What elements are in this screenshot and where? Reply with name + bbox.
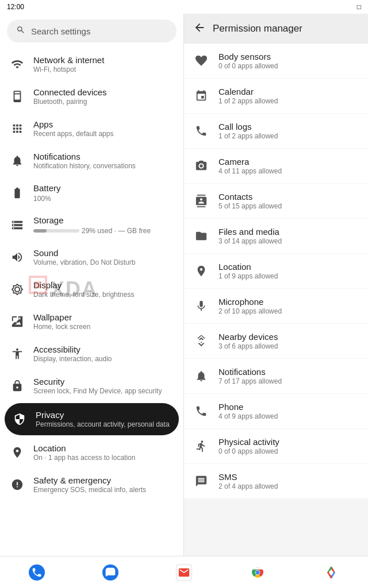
sms-text: SMS 2 of 4 apps allowed	[218, 472, 278, 490]
settings-item-security[interactable]: Security Screen lock, Find My Device, ap…	[0, 370, 183, 402]
files-count: 3 of 14 apps allowed	[218, 237, 282, 245]
activity-count: 0 of 0 apps allowed	[218, 447, 279, 455]
permission-item-files[interactable]: Files and media 3 of 14 apps allowed	[184, 219, 368, 253]
permission-item-body-sensors[interactable]: Body sensors 0 of 0 apps allowed	[184, 44, 368, 78]
security-icon	[9, 378, 25, 394]
call-logs-icon	[193, 123, 209, 139]
permission-item-microphone[interactable]: Microphone 2 of 10 apps allowed	[184, 289, 368, 323]
accessibility-subtitle: Display, interaction, audio	[33, 355, 112, 363]
notif-perm-text: Notifications 7 of 17 apps allowed	[218, 367, 282, 385]
settings-item-connected[interactable]: Connected devices Bluetooth, pairing	[0, 80, 183, 113]
settings-item-notifications[interactable]: Notifications Notification history, conv…	[0, 145, 183, 177]
privacy-icon	[12, 411, 28, 427]
safety-subtitle: Emergency SOS, medical info, alerts	[33, 486, 146, 494]
location-title: Location	[33, 443, 135, 453]
sound-title: Sound	[33, 248, 135, 258]
call-logs-name: Call logs	[218, 122, 278, 131]
sound-icon	[9, 249, 25, 265]
permission-item-sms[interactable]: SMS 2 of 4 apps allowed	[184, 464, 368, 498]
permission-panel: Permission manager Body sensors 0 of 0 a…	[184, 14, 368, 556]
safety-text: Safety & emergency Emergency SOS, medica…	[33, 475, 146, 494]
nearby-text: Nearby devices 3 of 6 apps allowed	[218, 332, 278, 350]
notifications-title: Notifications	[33, 152, 136, 161]
body-sensors-text: Body sensors 0 of 0 apps allowed	[218, 52, 278, 70]
sound-text: Sound Volume, vibration, Do Not Disturb	[33, 248, 135, 266]
network-subtitle: Wi-Fi, hotspot	[33, 65, 104, 74]
permission-item-nearby[interactable]: Nearby devices 3 of 6 apps allowed	[184, 324, 368, 358]
calendar-count: 1 of 2 apps allowed	[218, 97, 278, 105]
permission-header: Permission manager	[184, 14, 368, 44]
main-content: Search settings Network & internet Wi-Fi…	[0, 14, 368, 556]
privacy-title: Privacy	[36, 410, 170, 420]
safety-icon	[9, 477, 25, 493]
battery-icon: □	[357, 3, 361, 11]
location-perm-count: 1 of 9 apps allowed	[218, 272, 278, 280]
nav-chrome[interactable]	[244, 559, 271, 586]
svg-point-7	[329, 570, 334, 574]
wallpaper-text: Wallpaper Home, lock screen	[33, 312, 90, 331]
camera-text: Camera 4 of 11 apps allowed	[218, 157, 282, 175]
settings-item-sound[interactable]: Sound Volume, vibration, Do Not Disturb	[0, 241, 183, 273]
permission-item-phone[interactable]: Phone 4 of 9 apps allowed	[184, 394, 368, 428]
battery-title: Battery	[33, 183, 61, 193]
settings-item-accessibility[interactable]: Accessibility Display, interaction, audi…	[0, 338, 183, 370]
permission-item-contacts[interactable]: Contacts 5 of 15 apps allowed	[184, 184, 368, 218]
settings-item-location[interactable]: Location On · 1 app has access to locati…	[0, 436, 183, 469]
settings-item-network[interactable]: Network & internet Wi-Fi, hotspot	[0, 48, 183, 80]
network-title: Network & internet	[33, 55, 104, 65]
permission-item-location[interactable]: Location 1 of 9 apps allowed	[184, 254, 368, 288]
permission-item-call-logs[interactable]: Call logs 1 of 2 apps allowed	[184, 114, 368, 148]
nearby-icon	[193, 333, 209, 349]
wallpaper-subtitle: Home, lock screen	[33, 323, 90, 331]
permission-item-calendar[interactable]: Calendar 1 of 2 apps allowed	[184, 79, 368, 113]
notif-perm-name: Notifications	[218, 367, 282, 377]
nav-phone[interactable]	[23, 559, 51, 586]
activity-name: Physical activity	[218, 437, 279, 447]
permission-item-activity[interactable]: Physical activity 0 of 0 apps allowed	[184, 429, 368, 463]
activity-text: Physical activity 0 of 0 apps allowed	[218, 437, 279, 455]
phone-perm-icon	[193, 403, 209, 419]
status-bar: 12:00 □	[0, 0, 368, 14]
calendar-text: Calendar 1 of 2 apps allowed	[218, 87, 278, 105]
permission-panel-title: Permission manager	[213, 23, 302, 34]
microphone-text: Microphone 2 of 10 apps allowed	[218, 297, 282, 315]
settings-item-battery[interactable]: Battery 100%	[0, 177, 183, 209]
network-text: Network & internet Wi-Fi, hotspot	[33, 55, 104, 74]
settings-item-safety[interactable]: Safety & emergency Emergency SOS, medica…	[0, 469, 183, 501]
settings-item-privacy[interactable]: Privacy Permissions, account activity, p…	[5, 403, 179, 435]
nav-messages[interactable]	[97, 559, 124, 586]
calendar-icon	[193, 88, 209, 104]
apps-subtitle: Recent apps, default apps	[33, 130, 113, 138]
settings-item-storage[interactable]: Storage 29% used · — GB free	[0, 209, 183, 241]
contacts-text: Contacts 5 of 15 apps allowed	[218, 192, 282, 210]
location-perm-icon	[193, 263, 209, 279]
microphone-count: 2 of 10 apps allowed	[218, 307, 282, 315]
privacy-subtitle: Permissions, account activity, personal …	[36, 420, 170, 428]
location-icon-settings	[9, 444, 25, 461]
location-perm-text: Location 1 of 9 apps allowed	[218, 262, 278, 280]
location-subtitle: On · 1 app has access to location	[33, 454, 135, 462]
search-icon	[16, 25, 25, 37]
sms-name: SMS	[218, 472, 278, 482]
phone-perm-count: 4 of 9 apps allowed	[218, 412, 278, 420]
storage-bar-wrap: 29% used · — GB free	[33, 226, 151, 235]
settings-item-display[interactable]: Display Dark theme, font size, brightnes…	[0, 273, 183, 305]
search-bar[interactable]: Search settings	[7, 20, 177, 42]
nav-gmail[interactable]	[170, 559, 198, 586]
files-name: Files and media	[218, 227, 282, 237]
settings-item-apps[interactable]: Apps Recent apps, default apps	[0, 113, 183, 145]
files-text: Files and media 3 of 14 apps allowed	[218, 227, 282, 245]
files-icon	[193, 228, 209, 244]
nav-photos[interactable]	[317, 559, 345, 586]
connected-icon	[9, 88, 25, 105]
settings-item-wallpaper[interactable]: Wallpaper Home, lock screen	[0, 305, 183, 338]
storage-icon	[9, 217, 25, 233]
accessibility-text: Accessibility Display, interaction, audi…	[33, 345, 112, 363]
back-icon[interactable]	[193, 21, 206, 37]
notif-perm-count: 7 of 17 apps allowed	[218, 377, 282, 385]
permission-item-notifications[interactable]: Notifications 7 of 17 apps allowed	[184, 359, 368, 393]
accessibility-title: Accessibility	[33, 345, 112, 354]
permission-item-camera[interactable]: Camera 4 of 11 apps allowed	[184, 149, 368, 183]
apps-title: Apps	[33, 119, 113, 129]
storage-subtitle: 29% used · — GB free	[82, 227, 151, 235]
